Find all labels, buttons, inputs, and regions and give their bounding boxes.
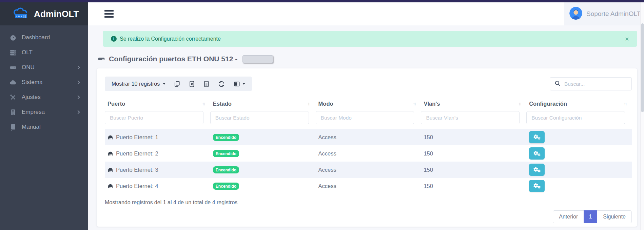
vertical-scrollbar[interactable] <box>640 2 644 230</box>
sort-icon[interactable]: ↑↓ <box>202 101 205 106</box>
refresh-button[interactable] <box>218 80 225 88</box>
port-label: Puerto Eternet: 2 <box>116 150 158 157</box>
server-icon <box>9 49 17 56</box>
search-input[interactable] <box>564 81 627 87</box>
column-header-configuracion[interactable]: Configuración↑↓ <box>526 97 632 110</box>
close-icon[interactable]: × <box>625 35 629 42</box>
port-label: Puerto Eternet: 1 <box>116 134 158 141</box>
search-icon <box>554 80 561 88</box>
info-icon: i <box>111 36 117 42</box>
copy-button[interactable] <box>174 80 180 88</box>
sidebar-item-label: Empresa <box>22 109 45 116</box>
filter-input-modo[interactable] <box>316 111 414 124</box>
sidebar-item-dashboard[interactable]: Dashboard <box>0 30 88 45</box>
column-label: Modo <box>318 101 333 107</box>
status-badge: Encendido <box>213 166 239 173</box>
main-area: Soporte AdminOLT i Se realizo la Configu… <box>88 2 644 230</box>
ethernet-icon <box>108 151 113 156</box>
ethernet-icon <box>108 167 113 172</box>
vlan-cell: 150 <box>421 145 526 162</box>
columns-visibility-button[interactable] <box>233 81 245 87</box>
status-badge: Encendido <box>213 150 239 157</box>
sidebar-item-ajustes[interactable]: Ajustes <box>0 90 88 105</box>
sidebar-item-label: Dashboard <box>22 34 50 41</box>
sidebar-item-label: Manual <box>22 124 41 130</box>
cloud-switch-logo-icon <box>13 7 31 21</box>
sidebar-item-label: OLT <box>22 49 33 56</box>
table-toolbar: Mostrar 10 registros <box>105 77 632 91</box>
top-navbar: Soporte AdminOLT <box>88 2 644 25</box>
column-header-vlans[interactable]: Vlan's↑↓ <box>421 97 526 110</box>
column-header-modo[interactable]: Modo↑↓ <box>316 97 421 110</box>
column-label: Puerto <box>108 101 125 107</box>
vlan-cell: 150 <box>421 162 526 178</box>
table-row: Puerto Eternet: 1 Encendido Access 150 <box>105 129 632 145</box>
sidebar-item-olt[interactable]: OLT <box>0 45 88 60</box>
status-badge: Encendido <box>213 134 239 141</box>
sidebar-item-sistema[interactable]: Sistema <box>0 75 88 90</box>
sidebar-item-empresa[interactable]: Empresa <box>0 105 88 120</box>
scrollbar-thumb[interactable] <box>641 23 644 112</box>
page-content: i Se realizo la Configuración correctame… <box>88 25 644 230</box>
success-alert: i Se realizo la Configuración correctame… <box>103 31 637 47</box>
table-actions-group: Mostrar 10 registros <box>105 77 252 91</box>
chevron-right-icon <box>76 65 80 69</box>
column-header-estado[interactable]: Estado↑↓ <box>210 97 316 110</box>
page-1-button[interactable]: 1 <box>584 210 597 223</box>
configure-port-button[interactable] <box>529 180 545 192</box>
previous-page-button[interactable]: Anterior <box>553 210 584 223</box>
configure-port-button[interactable] <box>529 131 545 143</box>
sort-icon[interactable]: ↑↓ <box>413 101 415 106</box>
caret-down-icon <box>163 83 165 85</box>
ethernet-icon <box>108 184 113 189</box>
onu-device-icon <box>9 64 17 71</box>
filter-row <box>105 110 632 129</box>
ports-card: Mostrar 10 registros <box>97 68 637 227</box>
sidebar-item-onu[interactable]: ONU <box>0 60 88 75</box>
sidebar-toggle-button[interactable] <box>104 10 114 18</box>
filter-input-estado[interactable] <box>210 111 309 124</box>
column-label: Configuración <box>529 101 567 107</box>
window-top-strip <box>0 0 644 2</box>
onu-device-icon <box>98 55 105 63</box>
page-length-select[interactable]: Mostrar 10 registros <box>112 81 165 87</box>
excel-export-button[interactable] <box>189 80 195 88</box>
sort-icon[interactable]: ↑↓ <box>624 101 626 106</box>
port-label: Puerto Eternet: 3 <box>116 167 158 173</box>
table-search <box>550 77 632 90</box>
configure-port-button[interactable] <box>529 147 545 160</box>
page-title: Configuración puertos ETH ONU 512 - <box>109 55 237 63</box>
sidebar-item-label: Ajustes <box>22 94 41 101</box>
filter-input-vlans[interactable] <box>421 111 520 124</box>
sidebar-item-manual[interactable]: Manual <box>0 120 88 134</box>
column-label: Vlan's <box>424 101 440 107</box>
sidebar: AdminOLT Dashboard OLT ONU <box>0 2 88 230</box>
chevron-right-icon <box>76 80 80 84</box>
file-export-button[interactable] <box>203 80 210 88</box>
header-row: Puerto↑↓ Estado↑↓ Modo↑↓ Vlan's↑↓ Config… <box>105 97 632 110</box>
table-row: Puerto Eternet: 2 Encendido Access 150 <box>105 145 632 162</box>
port-label: Puerto Eternet: 4 <box>116 183 158 189</box>
sort-icon[interactable]: ↑↓ <box>518 101 521 106</box>
configure-port-button[interactable] <box>529 164 545 176</box>
modo-cell: Access <box>316 162 421 178</box>
filter-input-puerto[interactable] <box>105 111 203 124</box>
user-menu[interactable]: Soporte AdminOLT <box>564 2 644 25</box>
status-badge: Encendido <box>213 183 239 190</box>
redacted-value <box>242 55 273 63</box>
brand-logo[interactable]: AdminOLT <box>0 2 88 25</box>
sort-icon[interactable]: ↑↓ <box>308 101 310 106</box>
user-name: Soporte AdminOLT <box>586 10 641 18</box>
tools-icon <box>9 94 17 101</box>
table-row: Puerto Eternet: 3 Encendido Access 150 <box>105 162 632 178</box>
filter-input-configuracion[interactable] <box>526 111 625 124</box>
page-title-row: Configuración puertos ETH ONU 512 - <box>98 55 637 63</box>
book-icon <box>9 124 17 131</box>
ethernet-icon <box>108 135 113 140</box>
avatar <box>569 7 582 21</box>
chevron-right-icon <box>76 95 80 99</box>
alert-message: Se realizo la Configuración correctament… <box>120 36 221 42</box>
next-page-button[interactable]: Siguiente <box>597 210 632 223</box>
column-header-puerto[interactable]: Puerto↑↓ <box>105 97 210 110</box>
modo-cell: Access <box>316 129 421 145</box>
